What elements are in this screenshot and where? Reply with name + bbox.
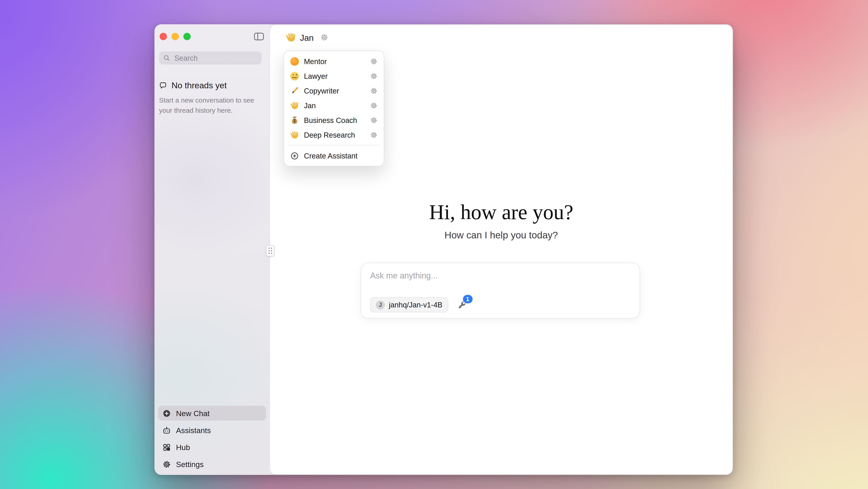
menu-item-label: Mentor [304,57,365,65]
main-panel: Jan Mentor Lawyer Copywriter [270,25,733,475]
hub-grid-icon [162,443,171,451]
zipper-mouth-face-icon [290,71,299,80]
sidebar-item-new-chat[interactable]: New Chat [158,406,266,421]
minimize-button[interactable] [172,33,179,40]
gear-icon[interactable] [370,131,378,139]
menu-item-label: Deep Research [304,130,365,139]
sidebar-item-assistants[interactable]: Assistants [158,423,266,438]
greeting-subtitle: How can I help you today? [270,230,733,241]
sidebar-resize-handle[interactable] [266,245,275,256]
menu-item-deep-research[interactable]: Deep Research [287,127,381,142]
settings-gear-icon [162,460,171,468]
search-input[interactable] [173,53,258,63]
waving-hand-icon [290,130,299,139]
zoom-button[interactable] [183,33,191,40]
hero: Hi, how are you? How can I help you toda… [270,199,733,241]
waving-hand-icon [290,101,299,110]
waving-hand-icon [286,32,296,42]
create-assistant-button[interactable]: Create Assistant [287,148,381,163]
topbar: Jan [270,25,733,50]
model-avatar: J [376,300,385,309]
sidebar-toggle-icon[interactable] [254,32,265,41]
composer-toolbar: J janhq/Jan-v1-4B 1 [370,297,466,313]
model-selector[interactable]: J janhq/Jan-v1-4B [370,297,448,313]
empty-state-title: No threads yet [172,80,227,90]
tools-count-badge: 1 [463,295,472,303]
plus-circle-icon [290,151,299,160]
app-window: No threads yet Start a new conversation … [155,25,733,475]
menu-item-lawyer[interactable]: Lawyer [287,69,381,83]
gear-icon[interactable] [370,58,378,65]
menu-item-jan[interactable]: Jan [287,98,381,113]
greeting-title: Hi, how are you? [270,199,733,225]
assistant-settings-gear-icon[interactable] [320,33,328,41]
tools-button[interactable]: 1 [457,300,466,309]
chat-bubble-icon [159,81,167,89]
nav-label: New Chat [176,409,210,418]
assistants-bot-icon [162,426,171,434]
search-bar[interactable] [159,52,262,65]
new-chat-plus-icon [162,409,171,418]
message-input[interactable] [370,263,630,294]
nav-label: Hub [176,443,190,451]
grip-dots-icon [267,246,274,255]
nav-label: Assistants [176,426,211,434]
money-bag-icon [290,116,299,124]
sidebar-item-hub[interactable]: Hub [158,440,266,455]
empty-state-description: Start a new conversation to see your thr… [159,95,261,116]
threads-empty-state: No threads yet Start a new conversation … [159,80,261,116]
desktop-background: No threads yet Start a new conversation … [0,0,868,489]
menu-item-mentor[interactable]: Mentor [287,54,381,69]
menu-item-copywriter[interactable]: Copywriter [287,83,381,98]
gear-icon[interactable] [370,102,378,109]
nav-label: Settings [176,460,204,468]
pencil-icon [290,86,299,95]
menu-item-label: Business Coach [304,116,365,124]
window-controls [160,33,191,40]
menu-divider [288,145,380,146]
menu-item-label: Jan [304,101,365,110]
menu-item-label: Lawyer [304,71,365,80]
gear-icon[interactable] [370,116,378,124]
orange-circle-icon [290,57,299,65]
sidebar-item-settings[interactable]: Settings [158,457,266,471]
assistant-menu: Mentor Lawyer Copywriter Jan [284,51,384,166]
assistant-name: Jan [300,33,314,42]
model-name: janhq/Jan-v1-4B [389,301,443,309]
sidebar-nav: New Chat Assistants Hub Settings [158,406,266,471]
composer: J janhq/Jan-v1-4B 1 [361,263,640,319]
create-assistant-label: Create Assistant [304,151,378,160]
menu-item-label: Copywriter [304,86,365,95]
gear-icon[interactable] [370,87,378,94]
menu-item-business-coach[interactable]: Business Coach [287,113,381,127]
assistant-selector-button[interactable]: Jan [286,32,329,42]
close-button[interactable] [160,33,167,40]
search-icon [163,54,170,62]
gear-icon[interactable] [370,72,378,80]
sidebar: No threads yet Start a new conversation … [155,25,270,475]
